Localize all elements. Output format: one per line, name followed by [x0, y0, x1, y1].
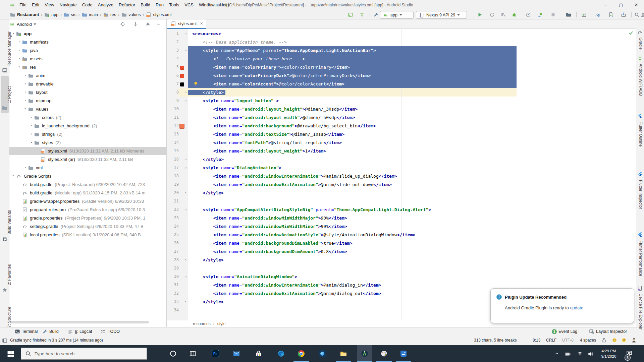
menu-item-tools[interactable]: Tools	[166, 0, 182, 10]
taskbar-app-mail[interactable]	[229, 346, 244, 361]
code-line-10[interactable]: <item name="android:layout_height">@dime…	[188, 105, 517, 113]
status-indent[interactable]: 4 spaces	[580, 338, 596, 343]
code-line-6[interactable]: <item name="colorPrimaryDark">@color/col…	[188, 71, 517, 80]
taskbar-app-explorer[interactable]	[336, 346, 351, 361]
menu-item-file[interactable]: File	[17, 0, 29, 10]
menu-item-navigate[interactable]: Navigate	[57, 0, 79, 10]
cast-button[interactable]	[347, 11, 354, 18]
layout-inspector-button[interactable]	[580, 11, 588, 18]
color-swatch[interactable]	[179, 124, 184, 129]
menu-item-run[interactable]: Run	[153, 0, 166, 10]
taskbar-app-photos[interactable]	[396, 346, 411, 361]
maximize-button[interactable]: ▢	[613, 0, 629, 10]
code-line-9[interactable]: <style name="logout_button" >	[188, 97, 517, 105]
tree-item-manifests[interactable]: manifests	[9, 38, 167, 46]
tree-item-gradle-wrapper-properties[interactable]: gradle-wrapper.properties(Gradle Version…	[9, 197, 167, 205]
inspections-ok-icon[interactable]	[628, 30, 634, 37]
tree-item-anim[interactable]: anim	[9, 71, 167, 80]
tree-closed-arrow-icon[interactable]	[24, 99, 28, 103]
close-tab-icon[interactable]: ✕	[200, 21, 203, 26]
tree-item-res[interactable]: res	[9, 63, 167, 71]
code-line-23[interactable]: <item name="android:windowMinWidthMajor"…	[188, 214, 517, 222]
breadcrumb-item-res[interactable]: res	[103, 12, 116, 17]
breadcrumb-item-styles.xml[interactable]: </>styles.xml	[146, 12, 171, 17]
tree-item-settings-gradle[interactable]: settings.gradle(Project Settings) 6/9/20…	[9, 222, 167, 231]
tree-item-xml[interactable]: xml	[9, 164, 167, 172]
project-structure-button[interactable]	[565, 11, 572, 18]
code-line-19[interactable]: <item name="android:windowExitAnimation"…	[188, 180, 517, 189]
code-editor[interactable]: 1<resources>2 <!-- Base application them…	[167, 29, 636, 320]
tree-item-app[interactable]: app	[9, 29, 167, 38]
breadcrumb-item-src[interactable]: src	[64, 12, 76, 17]
menu-item-analyze[interactable]: Analyze	[95, 0, 116, 10]
code-line-2[interactable]: <!-- Base application theme. -->	[188, 38, 517, 46]
avatar-button[interactable]	[639, 11, 644, 18]
sidebar-tab-1-project[interactable]: 1: Project	[7, 86, 12, 103]
taskbar-app-edge[interactable]	[273, 346, 289, 361]
status-encoding[interactable]: UTF-8	[562, 338, 574, 343]
menu-item-build[interactable]: Build	[138, 0, 153, 10]
person-button[interactable]	[631, 338, 637, 344]
tree-closed-arrow-icon[interactable]	[24, 82, 28, 86]
tree-closed-arrow-icon[interactable]	[24, 91, 28, 94]
tree-closed-arrow-icon[interactable]	[30, 124, 34, 128]
layout-inspector-button[interactable]: Layout Inspector	[589, 328, 627, 335]
android-wifi-button[interactable]	[358, 11, 366, 18]
code-line-31[interactable]: <item name="android:windowEnterAnimation…	[188, 281, 517, 289]
status-line_ending[interactable]: CRLF	[546, 338, 556, 343]
tree-open-arrow-icon[interactable]	[24, 108, 28, 111]
tray-volume[interactable]	[588, 351, 594, 358]
code-line-28[interactable]: </style>	[188, 256, 517, 264]
tray-wifi[interactable]	[577, 351, 583, 358]
breadcrumb-item-Restaurant[interactable]: Restaurant	[10, 12, 39, 17]
code-line-30[interactable]: <style name="AnimationDialogWindow">	[188, 273, 517, 281]
code-line-21[interactable]	[188, 197, 517, 205]
taskbar-app-paint[interactable]	[376, 346, 392, 361]
tree-item-proguard-rules-pro[interactable]: proguard-rules.pro(ProGuard Rules for ap…	[9, 205, 167, 214]
color-swatch[interactable]	[180, 74, 184, 78]
taskbar-app-android-studio[interactable]	[357, 346, 372, 361]
avd-manager-button[interactable]	[607, 11, 614, 18]
code-line-7[interactable]: <item name="colorAccent">@color/colorAcc…	[188, 80, 517, 88]
target-button[interactable]	[120, 21, 125, 28]
code-line-18[interactable]: <item name="android:windowEnterAnimation…	[188, 172, 517, 180]
stop-button[interactable]	[549, 11, 557, 18]
tree-item-build-gradle[interactable]: build.gradle(Module: app) 9/1/2020 4:15 …	[9, 189, 167, 197]
breadcrumb-item-app[interactable]: app	[44, 12, 58, 17]
tree-item-styles-xml[interactable]: </>styles.xml6/13/2020 11:32 AM, 2.11 kB…	[9, 147, 167, 155]
run-config-selector[interactable]: app	[380, 11, 414, 19]
taskbar-app-chrome[interactable]	[293, 346, 309, 361]
tree-open-arrow-icon[interactable]	[18, 66, 21, 69]
tree-closed-arrow-icon[interactable]	[24, 166, 28, 170]
collapse-all-button[interactable]	[133, 21, 138, 28]
debug-button[interactable]	[511, 11, 518, 18]
project-hscrollbar[interactable]	[11, 321, 149, 323]
minimize-button[interactable]: –	[598, 0, 613, 10]
code-line-15[interactable]: <item name="android:layout_weight">1</it…	[188, 147, 517, 155]
profiler-button[interactable]	[525, 11, 532, 18]
attach-debugger-button[interactable]	[537, 11, 544, 18]
status-position[interactable]: 8:13	[533, 338, 540, 343]
code-line-27[interactable]: <item name="android:backgroundDimAmount"…	[188, 247, 517, 256]
menu-item-refactor[interactable]: Refactor	[116, 0, 138, 10]
code-line-14[interactable]: <item name="fontPath">@string/font_regul…	[188, 138, 517, 147]
toolwindow-button-terminal[interactable]: Terminal	[15, 328, 38, 335]
tree-item-strings[interactable]: strings(2)	[9, 130, 167, 138]
taskbar-app-media[interactable]	[315, 346, 330, 361]
breadcrumb-style[interactable]: style	[217, 321, 226, 326]
menu-item-code[interactable]: Code	[79, 0, 95, 10]
taskbar-clock[interactable]: 4:29 PM9/1/2020	[597, 348, 621, 359]
toolwindow-button-6-logcat[interactable]: 6: Logcat	[68, 328, 92, 335]
code-line-17[interactable]: <style name="DialogAnimation">	[188, 164, 517, 172]
code-line-12[interactable]: <item name="android:background">@drawabl…	[188, 122, 517, 130]
tree-item-drawable[interactable]: drawable	[9, 80, 167, 88]
menu-item-view[interactable]: View	[42, 0, 57, 10]
editor-tab-styles-xml[interactable]: </>styles.xml✕	[167, 19, 206, 29]
tree-open-arrow-icon[interactable]	[30, 141, 34, 144]
code-line-5[interactable]: <item name="colorPrimary">@color/colorPr…	[188, 63, 517, 71]
code-line-8[interactable]: </style>	[188, 88, 517, 97]
device-selector[interactable]: Nexus 9 API 29	[416, 11, 467, 19]
sidebar-tab-build-variants[interactable]: Build Variants	[7, 210, 12, 235]
tree-item-styles[interactable]: styles(2)	[9, 138, 167, 147]
breadcrumb-item-main[interactable]: main	[82, 12, 98, 17]
